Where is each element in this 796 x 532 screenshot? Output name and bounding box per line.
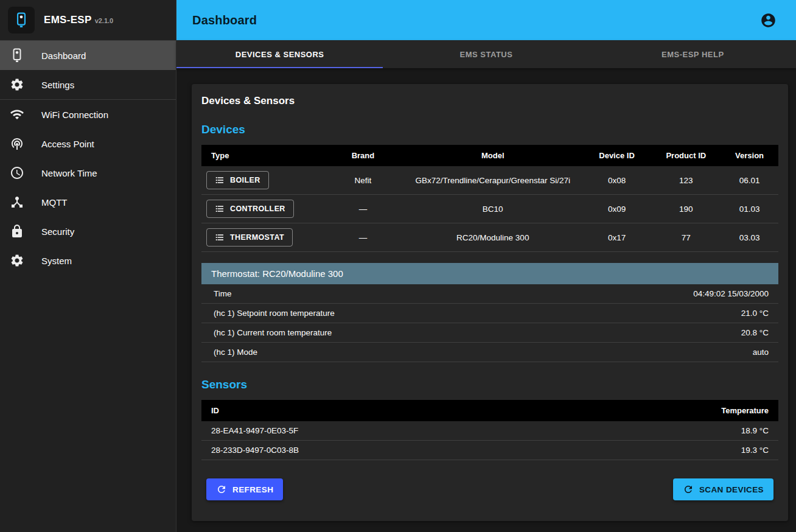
sidebar-item-mqtt[interactable]: MQTT — [0, 187, 176, 217]
sensors-heading: Sensors — [201, 378, 778, 391]
cell-model: BC10 — [403, 195, 582, 223]
tab-ems-esp-help[interactable]: EMS-ESP HELP — [590, 40, 796, 68]
access-point-icon — [10, 136, 24, 151]
main-area: Dashboard DEVICES & SENSORS EMS STATUS E… — [176, 0, 796, 532]
column-header-id: ID — [201, 400, 663, 421]
cell-model: RC20/Moduline 300 — [403, 223, 582, 252]
refresh-icon — [683, 484, 694, 495]
column-header-brand: Brand — [323, 145, 403, 166]
detail-name: (hc 1) Mode — [214, 348, 257, 357]
device-type-button-thermostat[interactable]: THERMOSTAT — [206, 228, 293, 247]
cell-model: GBx72/Trendline/Cerapur/Greenstar Si/27i — [403, 166, 582, 195]
app-version: v2.1.0 — [95, 17, 114, 24]
sidebar-item-network-time[interactable]: Network Time — [0, 158, 176, 187]
column-header-product-id: Product ID — [651, 145, 721, 166]
sidebar-item-wifi-connection[interactable]: WiFi Connection — [0, 100, 176, 129]
detail-value: auto — [753, 348, 769, 357]
wifi-icon — [10, 107, 24, 122]
cell-product-id: 77 — [651, 223, 721, 252]
tab-bar: DEVICES & SENSORS EMS STATUS EMS-ESP HEL… — [176, 40, 796, 68]
sidebar-item-system[interactable]: System — [0, 246, 176, 275]
app-logo — [8, 7, 35, 33]
card-actions: REFRESH SCAN DEVICES — [201, 478, 778, 500]
app-name: EMS-ESP — [44, 14, 92, 26]
table-row: 28-233D-9497-0C03-8B 19.3 °C — [201, 441, 778, 460]
detail-row: (hc 1) Mode auto — [201, 343, 778, 362]
cell-device-id: 0x08 — [582, 166, 652, 195]
list-icon — [215, 233, 225, 242]
cell-device-id: 0x17 — [582, 223, 652, 252]
detail-name: (hc 1) Current room temperature — [214, 328, 332, 337]
table-row: BOILER Nefit GBx72/Trendline/Cerapur/Gre… — [201, 166, 778, 195]
cell-version: 06.01 — [721, 166, 778, 195]
cell-sensor-temperature: 18.9 °C — [663, 421, 778, 441]
table-row: CONTROLLER — BC10 0x09 190 01.03 — [201, 195, 778, 223]
gear-icon — [10, 253, 24, 268]
app-window: EMS-ESPv2.1.0 Dashboard Settings WiFi Co… — [0, 0, 796, 532]
account-button[interactable] — [756, 8, 780, 32]
table-row: THERMOSTAT — RC20/Moduline 300 0x17 77 0… — [201, 223, 778, 252]
cell-version: 01.03 — [721, 195, 778, 223]
list-icon — [215, 204, 225, 214]
refresh-button[interactable]: REFRESH — [206, 478, 283, 500]
cell-brand: — — [323, 223, 403, 252]
devices-sensors-card: Devices & Sensors Devices Type Brand Mod… — [192, 84, 788, 521]
devices-table-header: Type Brand Model Device ID Product ID Ve… — [201, 145, 778, 166]
device-type-button-boiler[interactable]: BOILER — [206, 171, 269, 189]
page-title: Dashboard — [192, 13, 756, 27]
cell-product-id: 123 — [651, 166, 721, 195]
cell-sensor-temperature: 19.3 °C — [663, 441, 778, 460]
detail-row: (hc 1) Setpoint room temperature 21.0 °C — [201, 304, 778, 323]
cell-sensor-id: 28-EA41-9497-0E03-5F — [201, 421, 663, 441]
list-icon — [215, 175, 225, 185]
cell-brand: Nefit — [323, 166, 403, 195]
sidebar-item-security[interactable]: Security — [0, 217, 176, 246]
tab-devices-sensors[interactable]: DEVICES & SENSORS — [176, 40, 383, 68]
detail-name: (hc 1) Setpoint room temperature — [214, 309, 335, 318]
sidebar-item-label: System — [41, 256, 72, 266]
content-area: Devices & Sensors Devices Type Brand Mod… — [176, 68, 796, 532]
sidebar-item-label: Settings — [41, 80, 74, 90]
sidebar-item-label: Security — [41, 226, 74, 237]
detail-value: 20.8 °C — [741, 328, 769, 337]
devices-heading: Devices — [201, 123, 778, 136]
column-header-temperature: Temperature — [663, 400, 778, 421]
hub-icon — [10, 195, 24, 209]
column-header-version: Version — [721, 145, 778, 166]
device-icon — [10, 48, 24, 63]
sensors-table-header: ID Temperature — [201, 400, 778, 421]
device-detail-header: Thermostat: RC20/Moduline 300 — [201, 263, 778, 284]
detail-row: (hc 1) Current room temperature 20.8 °C — [201, 323, 778, 343]
cell-brand: — — [323, 195, 403, 223]
table-row: 28-EA41-9497-0E03-5F 18.9 °C — [201, 421, 778, 441]
cell-device-id: 0x09 — [582, 195, 652, 223]
refresh-icon — [216, 484, 227, 495]
sidebar-item-access-point[interactable]: Access Point — [0, 129, 176, 158]
sidebar-item-label: WiFi Connection — [41, 110, 108, 120]
card-title: Devices & Sensors — [201, 95, 778, 107]
account-circle-icon — [760, 12, 777, 29]
devices-table: Type Brand Model Device ID Product ID Ve… — [201, 145, 778, 252]
tab-ems-status[interactable]: EMS STATUS — [383, 40, 589, 68]
column-header-device-id: Device ID — [582, 145, 652, 166]
lock-icon — [10, 224, 24, 239]
sidebar: EMS-ESPv2.1.0 Dashboard Settings WiFi Co… — [0, 0, 176, 532]
column-header-type: Type — [201, 145, 323, 166]
sidebar-item-dashboard[interactable]: Dashboard — [0, 41, 176, 70]
clock-icon — [10, 166, 24, 180]
sidebar-item-settings[interactable]: Settings — [0, 70, 176, 99]
cell-version: 03.03 — [721, 223, 778, 252]
gear-icon — [10, 77, 24, 92]
sidebar-item-label: Network Time — [41, 168, 97, 178]
scan-devices-button[interactable]: SCAN DEVICES — [673, 478, 773, 500]
column-header-model: Model — [403, 145, 582, 166]
app-bar: Dashboard — [176, 0, 796, 40]
sidebar-item-label: MQTT — [41, 197, 68, 208]
detail-value: 21.0 °C — [741, 309, 769, 318]
device-type-button-controller[interactable]: CONTROLLER — [206, 200, 294, 218]
cell-product-id: 190 — [651, 195, 721, 223]
sensors-table: ID Temperature 28-EA41-9497-0E03-5F 18.9… — [201, 400, 778, 460]
ems-esp-logo-icon — [13, 12, 29, 28]
detail-row: Time 04:49:02 15/03/2000 — [201, 284, 778, 304]
cell-sensor-id: 28-233D-9497-0C03-8B — [201, 441, 663, 460]
